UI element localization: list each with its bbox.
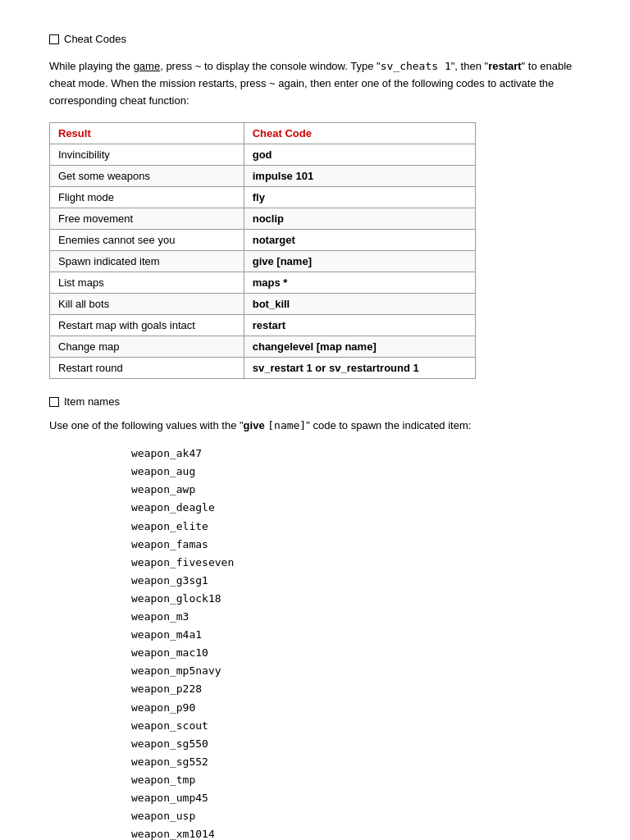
checkbox-icon <box>49 34 59 44</box>
table-row: Get some weaponsimpulse 101 <box>50 166 476 187</box>
table-row: Flight modefly <box>50 187 476 208</box>
table-cell-code: sv_restart 1 or sv_restartround 1 <box>244 358 475 379</box>
weapon-item: weapon_elite <box>131 518 581 536</box>
table-cell-result: Invincibility <box>50 144 244 166</box>
table-cell-result: Spawn indicated item <box>50 251 244 272</box>
weapon-item: weapon_mp5navy <box>131 662 581 680</box>
weapon-item: weapon_g3sg1 <box>131 572 581 590</box>
table-cell-code: notarget <box>244 230 475 251</box>
cheat-codes-table: Result Cheat Code InvincibilitygodGet so… <box>49 122 476 379</box>
table-cell-code: maps * <box>244 272 475 294</box>
table-row: Restart roundsv_restart 1 or sv_restartr… <box>50 358 476 379</box>
cheat-codes-title: Cheat Codes <box>64 33 126 45</box>
give-bold: give <box>244 419 265 431</box>
weapon-item: weapon_famas <box>131 536 581 554</box>
weapon-item: weapon_sg552 <box>131 753 581 771</box>
table-cell-result: List maps <box>50 272 244 294</box>
weapon-item: weapon_p90 <box>131 699 581 717</box>
weapon-item: weapon_sg550 <box>131 735 581 753</box>
weapon-item: weapon_p228 <box>131 680 581 698</box>
table-cell-code: changelevel [map name] <box>244 336 475 358</box>
table-header-cheatcode: Cheat Code <box>244 123 475 144</box>
table-cell-result: Free movement <box>50 208 244 230</box>
weapon-item: weapon_deagle <box>131 499 581 517</box>
item-names-intro-text: Use one of the following values with the… <box>49 418 581 435</box>
table-cell-result: Restart map with goals intact <box>50 315 244 336</box>
table-row: Enemies cannot see younotarget <box>50 230 476 251</box>
table-cell-result: Change map <box>50 336 244 358</box>
weapon-item: weapon_m4a1 <box>131 626 581 644</box>
table-cell-code: restart <box>244 315 475 336</box>
item-names-header: Item names <box>49 395 581 408</box>
intro-paragraph: While playing the game, press ~ to displ… <box>49 58 581 109</box>
weapon-item: weapon_scout <box>131 717 581 735</box>
table-cell-result: Kill all bots <box>50 294 244 315</box>
table-cell-result: Restart round <box>50 358 244 379</box>
weapon-item: weapon_ump45 <box>131 789 581 807</box>
weapon-item: weapon_fiveseven <box>131 554 581 572</box>
weapon-item: weapon_xm1014 <box>131 825 581 840</box>
table-cell-code: noclip <box>244 208 475 230</box>
weapon-item: weapon_tmp <box>131 771 581 789</box>
table-cell-code: god <box>244 144 475 166</box>
table-row: List mapsmaps * <box>50 272 476 294</box>
table-cell-code: impulse 101 <box>244 166 475 187</box>
weapons-list: weapon_ak47weapon_augweapon_awpweapon_de… <box>49 445 581 840</box>
item-names-checkbox-icon <box>49 397 59 407</box>
weapon-item: weapon_aug <box>131 463 581 481</box>
table-cell-result: Enemies cannot see you <box>50 230 244 251</box>
table-row: Free movementnoclip <box>50 208 476 230</box>
table-cell-code: give [name] <box>244 251 475 272</box>
weapon-item: weapon_mac10 <box>131 644 581 662</box>
table-cell-result: Get some weapons <box>50 166 244 187</box>
weapon-item: weapon_m3 <box>131 608 581 626</box>
restart-bold: restart <box>488 60 521 72</box>
table-row: Kill all botsbot_kill <box>50 294 476 315</box>
table-cell-result: Flight mode <box>50 187 244 208</box>
game-link[interactable]: game <box>134 60 161 72</box>
sv-cheats-code: sv_cheats 1 <box>381 60 451 72</box>
cheat-codes-header: Cheat Codes <box>49 33 581 45</box>
table-header-result: Result <box>50 123 244 144</box>
weapon-item: weapon_awp <box>131 481 581 499</box>
table-row: Restart map with goals intactrestart <box>50 315 476 336</box>
table-row: Spawn indicated itemgive [name] <box>50 251 476 272</box>
give-name-code: [name] <box>267 419 306 431</box>
table-cell-code: fly <box>244 187 475 208</box>
weapon-item: weapon_glock18 <box>131 590 581 608</box>
table-row: Invincibilitygod <box>50 144 476 166</box>
table-row: Change mapchangelevel [map name] <box>50 336 476 358</box>
item-names-title: Item names <box>64 395 120 408</box>
weapon-item: weapon_usp <box>131 807 581 825</box>
weapon-item: weapon_ak47 <box>131 445 581 463</box>
table-cell-code: bot_kill <box>244 294 475 315</box>
